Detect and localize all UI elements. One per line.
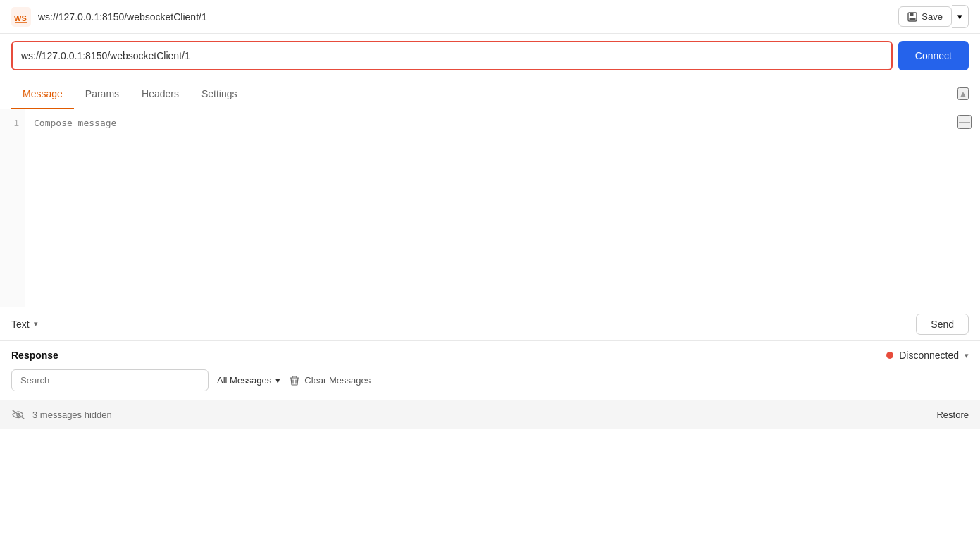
title-bar: WS ws://127.0.0.1:8150/websocketClient/1… bbox=[0, 0, 980, 34]
line-numbers: 1 bbox=[0, 109, 25, 307]
disconnected-label: Disconnected bbox=[899, 350, 959, 361]
response-header: Response Disconnected ▾ bbox=[0, 341, 980, 367]
tabs: Message Params Headers Settings bbox=[11, 78, 249, 109]
collapse-editor-button[interactable]: — bbox=[957, 115, 972, 129]
save-label: Save bbox=[922, 11, 943, 22]
text-type-label: Text bbox=[11, 319, 30, 330]
svg-rect-4 bbox=[910, 13, 914, 16]
send-button[interactable]: Send bbox=[916, 314, 969, 335]
connect-button[interactable]: Connect bbox=[898, 41, 969, 70]
title-left: WS ws://127.0.0.1:8150/websocketClient/1 bbox=[11, 7, 207, 27]
title-url: ws://127.0.0.1:8150/websocketClient/1 bbox=[38, 11, 207, 23]
url-input-wrapper bbox=[11, 41, 893, 70]
search-input[interactable] bbox=[11, 369, 209, 391]
save-button[interactable]: Save bbox=[898, 6, 952, 27]
collapse-tab-button[interactable]: ▲ bbox=[957, 87, 969, 100]
save-dropdown-button[interactable]: ▾ bbox=[952, 5, 969, 28]
chevron-down-icon: ▾ bbox=[275, 375, 280, 386]
response-section: Response Disconnected ▾ All Messages ▾ C… bbox=[0, 341, 980, 429]
chevron-down-icon: ▾ bbox=[965, 351, 969, 360]
chevron-down-icon: ▾ bbox=[957, 11, 962, 22]
tabs-bar: Message Params Headers Settings ▲ bbox=[0, 78, 980, 109]
restore-button[interactable]: Restore bbox=[936, 410, 969, 420]
tab-settings[interactable]: Settings bbox=[190, 79, 249, 109]
chevron-up-icon: ▲ bbox=[959, 89, 967, 99]
filter-bar: All Messages ▾ Clear Messages bbox=[0, 367, 980, 400]
text-type-dropdown[interactable]: Text ▾ bbox=[11, 319, 38, 330]
eye-slash-icon bbox=[11, 409, 25, 420]
tab-headers[interactable]: Headers bbox=[130, 79, 190, 109]
websocket-icon: WS bbox=[11, 7, 31, 27]
connection-status-dropdown[interactable]: Disconnected ▾ bbox=[886, 350, 969, 361]
response-title: Response bbox=[11, 350, 58, 361]
all-messages-dropdown[interactable]: All Messages ▾ bbox=[217, 375, 280, 386]
tab-params[interactable]: Params bbox=[74, 79, 130, 109]
disconnected-dot bbox=[886, 352, 893, 359]
message-editor: 1 — bbox=[0, 109, 980, 307]
bottom-toolbar: Text ▾ Send bbox=[0, 307, 980, 341]
all-messages-label: All Messages bbox=[217, 375, 271, 386]
hidden-messages-row: 3 messages hidden Restore bbox=[0, 400, 980, 429]
save-area: Save ▾ bbox=[898, 5, 969, 28]
trash-icon bbox=[289, 375, 300, 386]
chevron-down-icon: ▾ bbox=[34, 319, 38, 328]
url-input[interactable] bbox=[21, 50, 883, 61]
clear-messages-label: Clear Messages bbox=[304, 375, 371, 386]
svg-text:WS: WS bbox=[14, 14, 27, 23]
url-bar: Connect bbox=[0, 34, 980, 78]
save-icon bbox=[907, 12, 917, 22]
tab-message[interactable]: Message bbox=[11, 79, 74, 109]
clear-messages-button[interactable]: Clear Messages bbox=[289, 375, 371, 386]
minus-icon: — bbox=[959, 116, 970, 128]
hidden-count-label: 3 messages hidden bbox=[32, 410, 112, 420]
message-textarea[interactable] bbox=[25, 109, 980, 307]
hidden-left: 3 messages hidden bbox=[11, 409, 112, 420]
svg-rect-5 bbox=[910, 18, 916, 20]
